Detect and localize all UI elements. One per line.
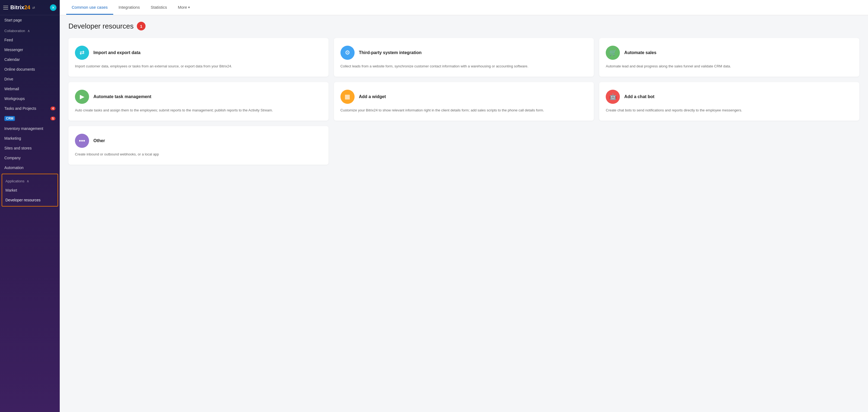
card-third-party[interactable]: ⚙ Third-party system integration Collect… bbox=[334, 38, 594, 77]
card-header: ▶ Automate task management bbox=[75, 90, 322, 104]
sidebar-item-start-page[interactable]: Start page bbox=[0, 15, 60, 25]
sidebar-item-sites-stores[interactable]: Sites and stores bbox=[0, 143, 60, 153]
card-title: Import and export data bbox=[93, 50, 141, 55]
automate-sales-icon: 🛒 bbox=[606, 46, 620, 60]
crm-label: CRM bbox=[4, 116, 15, 121]
logo: Bitrix24 bbox=[10, 4, 30, 10]
card-title: Add a chat bot bbox=[624, 94, 654, 99]
add-chatbot-icon: 🤖 bbox=[606, 90, 620, 104]
card-import-export[interactable]: ⇄ Import and export data Import customer… bbox=[68, 38, 329, 77]
sidebar-item-drive[interactable]: Drive bbox=[0, 74, 60, 84]
card-add-chatbot[interactable]: 🤖 Add a chat bot Create chat bots to sen… bbox=[599, 82, 859, 121]
logo-arrow-icon[interactable]: ⇄ bbox=[32, 6, 35, 9]
sidebar-item-market[interactable]: Market bbox=[2, 185, 58, 195]
sidebar-item-developer-resources[interactable]: Developer resources bbox=[2, 195, 58, 205]
chevron-down-icon: ▾ bbox=[188, 5, 190, 9]
card-add-widget[interactable]: ▦ Add a widget Customize your Bitrix24 t… bbox=[334, 82, 594, 121]
applications-section: Applications ∧ Market Developer resource… bbox=[2, 174, 58, 207]
main-content: Common use cases Integrations Statistics… bbox=[60, 0, 868, 412]
card-desc: Create inbound or outbound webhooks, or … bbox=[75, 152, 322, 157]
sidebar-item-online-documents[interactable]: Online documents bbox=[0, 64, 60, 74]
sidebar: Bitrix24 ⇄ ✕ Start page Collaboration ∧ … bbox=[0, 0, 60, 412]
card-title: Add a widget bbox=[359, 94, 386, 99]
card-automate-tasks[interactable]: ▶ Automate task management Auto create t… bbox=[68, 82, 329, 121]
crm-badge: 5 bbox=[51, 117, 55, 120]
other-icon: ••• bbox=[75, 134, 89, 148]
card-desc: Customize your Bitrix24 to show relevant… bbox=[340, 108, 588, 113]
sidebar-header: Bitrix24 ⇄ ✕ bbox=[0, 0, 60, 15]
card-header: ⇄ Import and export data bbox=[75, 46, 322, 60]
third-party-icon: ⚙ bbox=[340, 46, 354, 60]
card-title: Other bbox=[93, 138, 105, 143]
sidebar-item-crm[interactable]: CRM 5 bbox=[0, 113, 60, 124]
import-export-icon: ⇄ bbox=[75, 46, 89, 60]
tabs-bar: Common use cases Integrations Statistics… bbox=[60, 0, 868, 15]
add-widget-icon: ▦ bbox=[340, 90, 354, 104]
card-title: Automate sales bbox=[624, 50, 656, 55]
hamburger-icon[interactable] bbox=[3, 6, 8, 9]
sidebar-item-applications[interactable]: Applications ∧ bbox=[2, 175, 58, 185]
tab-integrations[interactable]: Integrations bbox=[113, 1, 145, 15]
card-header: ⚙ Third-party system integration bbox=[340, 46, 588, 60]
card-other[interactable]: ••• Other Create inbound or outbound web… bbox=[68, 126, 329, 165]
sidebar-item-workgroups[interactable]: Workgroups bbox=[0, 94, 60, 104]
sidebar-item-marketing[interactable]: Marketing bbox=[0, 134, 60, 143]
sidebar-item-automation[interactable]: Automation bbox=[0, 163, 60, 173]
card-header: ••• Other bbox=[75, 134, 322, 148]
card-desc: Create chat bots to send notifications a… bbox=[606, 108, 853, 113]
sidebar-item-inventory[interactable]: Inventory management bbox=[0, 124, 60, 134]
sidebar-item-company[interactable]: Company bbox=[0, 153, 60, 163]
card-header: 🛒 Automate sales bbox=[606, 46, 853, 60]
card-desc: Automate lead and deal progress along th… bbox=[606, 64, 853, 69]
card-title: Automate task management bbox=[93, 94, 151, 99]
card-header: 🤖 Add a chat bot bbox=[606, 90, 853, 104]
card-desc: Collect leads from a website form, synch… bbox=[340, 64, 588, 69]
page-title: Developer resources bbox=[68, 22, 133, 30]
tab-common-use-cases[interactable]: Common use cases bbox=[66, 1, 113, 15]
card-header: ▦ Add a widget bbox=[340, 90, 588, 104]
sidebar-item-collaboration[interactable]: Collaboration ∧ bbox=[0, 25, 60, 35]
page-title-row: Developer resources 1 bbox=[68, 22, 859, 30]
tab-more[interactable]: More ▾ bbox=[173, 1, 195, 15]
sidebar-item-messenger[interactable]: Messenger bbox=[0, 45, 60, 55]
card-automate-sales[interactable]: 🛒 Automate sales Automate lead and deal … bbox=[599, 38, 859, 77]
close-sidebar-button[interactable]: ✕ bbox=[50, 4, 57, 11]
sidebar-item-feed[interactable]: Feed bbox=[0, 35, 60, 45]
sidebar-item-tasks-projects[interactable]: Tasks and Projects 4 bbox=[0, 104, 60, 113]
card-desc: Import customer data, employees or tasks… bbox=[75, 64, 322, 69]
cards-grid: ⇄ Import and export data Import customer… bbox=[68, 38, 859, 165]
tasks-badge: 4 bbox=[51, 107, 55, 110]
card-title: Third-party system integration bbox=[359, 50, 422, 55]
sidebar-item-webmail[interactable]: Webmail bbox=[0, 84, 60, 94]
automate-tasks-icon: ▶ bbox=[75, 90, 89, 104]
content-area: Developer resources 1 ⇄ Import and expor… bbox=[60, 15, 868, 412]
notification-badge: 1 bbox=[137, 22, 146, 30]
card-desc: Auto create tasks and assign them to the… bbox=[75, 108, 322, 113]
tab-statistics[interactable]: Statistics bbox=[145, 1, 173, 15]
sidebar-item-calendar[interactable]: Calendar bbox=[0, 55, 60, 64]
